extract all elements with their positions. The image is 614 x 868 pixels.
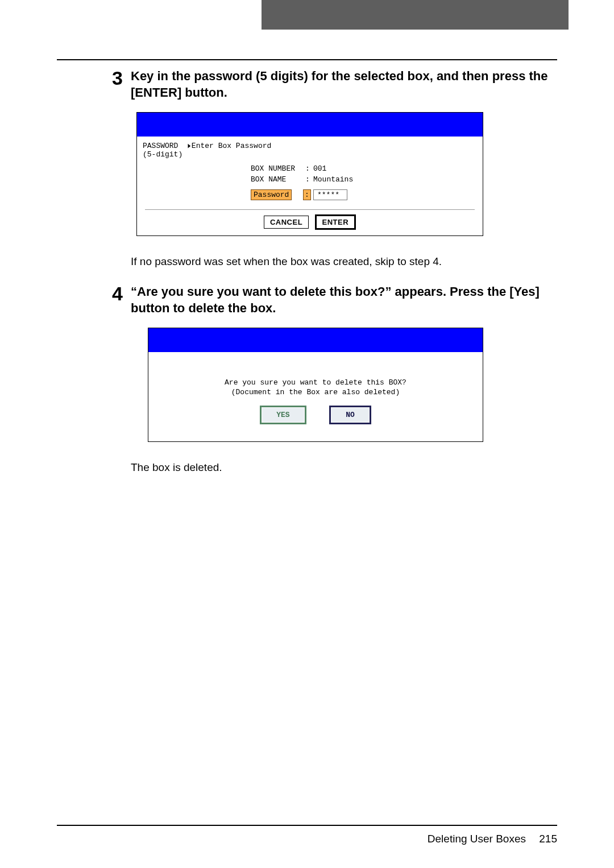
step-3-after: If no password was set when the box was … — [57, 247, 557, 268]
step-4-heading: “Are you sure you want to delete this bo… — [131, 284, 557, 316]
password-input[interactable]: ***** — [313, 189, 347, 200]
box-name-label: BOX NAME — [251, 175, 302, 184]
colon-highlight: : — [302, 189, 313, 200]
password-screen-titlebar — [137, 113, 483, 137]
confirm-line2: (Document in the Box are also deleted) — [231, 388, 400, 396]
footer: Deleting User Boxes 215 — [428, 833, 557, 845]
top-rule — [57, 59, 557, 60]
password-fields: BOX NUMBER : 001 BOX NAME : Mountains Pa… — [137, 160, 483, 209]
password-header-label: PASSWORD — [143, 142, 178, 150]
confirm-line1: Are you sure you want to delete this BOX… — [225, 378, 406, 387]
step-3-screenshot: PASSWORD ▶Enter Box Password (5-digit) B… — [136, 112, 557, 236]
cancel-button[interactable]: CANCEL — [264, 216, 309, 229]
spacer — [57, 247, 131, 268]
box-name-value: Mountains — [313, 175, 353, 184]
confirm-text: Are you sure you want to delete this BOX… — [154, 378, 477, 398]
password-prompt-line: PASSWORD ▶Enter Box Password (5-digit) — [137, 137, 483, 160]
step-3: 3 Key in the password (5 digits) for the… — [57, 68, 557, 101]
password-button-row: CANCEL ENTER — [137, 210, 483, 235]
footer-rule — [57, 825, 557, 826]
step-3-heading: Key in the password (5 digits) for the s… — [131, 68, 557, 101]
prompt-arrow-icon: ▶ — [188, 141, 191, 150]
manual-page: 3 Key in the password (5 digits) for the… — [0, 0, 614, 868]
step-4-after: The box is deleted. — [57, 453, 557, 474]
step-4: 4 “Are you sure you want to delete this … — [57, 284, 557, 316]
spacer — [57, 453, 131, 474]
content-area: 3 Key in the password (5 digits) for the… — [57, 68, 557, 485]
step-3-after-text: If no password was set when the box was … — [131, 255, 557, 268]
step-4-screenshot: Are you sure you want to delete this BOX… — [136, 328, 557, 442]
header-tab-bar — [0, 0, 614, 30]
confirm-screen: Are you sure you want to delete this BOX… — [148, 328, 483, 442]
enter-button[interactable]: ENTER — [315, 214, 356, 230]
colon: : — [302, 164, 313, 173]
colon: : — [302, 175, 313, 184]
step-4-number: 4 — [57, 284, 131, 316]
password-header-prompt: Enter Box Password — [192, 142, 271, 150]
header-tab — [262, 0, 569, 30]
row-box-number: BOX NUMBER : 001 — [137, 163, 483, 174]
row-password: Password : ***** — [137, 188, 483, 201]
step-3-body: Key in the password (5 digits) for the s… — [131, 68, 557, 101]
password-header-sub: (5-digit) — [143, 150, 182, 159]
step-4-after-text: The box is deleted. — [131, 461, 557, 474]
row-box-name: BOX NAME : Mountains — [137, 174, 483, 185]
no-button[interactable]: NO — [329, 406, 371, 424]
yes-button[interactable]: YES — [260, 406, 306, 424]
footer-page: 215 — [539, 833, 557, 845]
password-label: Password — [251, 189, 302, 200]
box-number-value: 001 — [313, 164, 326, 173]
step-4-body: “Are you sure you want to delete this bo… — [131, 284, 557, 316]
box-number-label: BOX NUMBER — [251, 164, 302, 173]
password-screen: PASSWORD ▶Enter Box Password (5-digit) B… — [136, 112, 483, 236]
confirm-screen-titlebar — [148, 328, 483, 352]
confirm-body: Are you sure you want to delete this BOX… — [148, 352, 483, 441]
footer-section: Deleting User Boxes — [428, 833, 526, 845]
step-3-number: 3 — [57, 68, 131, 101]
